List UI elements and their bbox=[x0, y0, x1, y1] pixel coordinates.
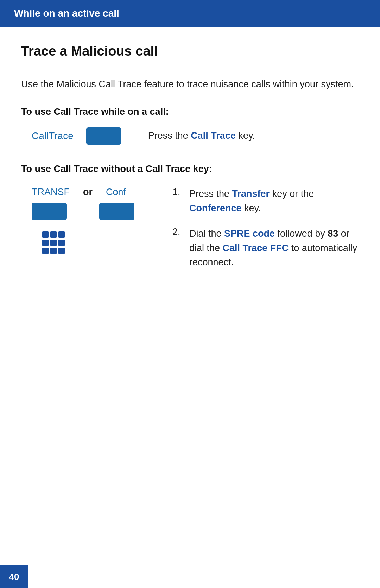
or-text: or bbox=[83, 187, 93, 198]
main-content: Trace a Malicious call Use the Malicious… bbox=[0, 27, 380, 303]
conf-button bbox=[99, 203, 134, 220]
keys-column: TRANSF or Conf bbox=[32, 187, 158, 254]
step-2: 2. Dial the SPRE code followed by 83 or … bbox=[172, 227, 358, 270]
steps-column: 1. Press the Transfer key or the Confere… bbox=[172, 187, 358, 270]
section-two: To use Call Trace without a Call Trace k… bbox=[21, 162, 359, 270]
key-buttons-row bbox=[32, 203, 134, 220]
page-number: 40 bbox=[9, 571, 19, 582]
keypad-cell bbox=[42, 231, 49, 238]
keypad-cell bbox=[58, 240, 65, 246]
step1-text: Press the Transfer key or the Conference… bbox=[189, 187, 358, 215]
keypad-cell bbox=[50, 240, 57, 246]
call-trace-row: CallTrace Press the Call Trace key. bbox=[32, 127, 359, 145]
header-text: While on an active call bbox=[14, 8, 119, 19]
keypad-cell bbox=[42, 248, 49, 254]
step2-text: Dial the SPRE code followed by 83 or dia… bbox=[189, 227, 358, 270]
step-1: 1. Press the Transfer key or the Confere… bbox=[172, 187, 358, 215]
section1-heading: To use Call Trace while on a call: bbox=[21, 106, 359, 117]
calltrace-key-label: CallTrace bbox=[32, 130, 74, 142]
83-bold: 83 bbox=[328, 228, 338, 239]
header-bar: While on an active call bbox=[0, 0, 380, 27]
intro-text: Use the Malicious Call Trace feature to … bbox=[21, 77, 359, 92]
calltrace-key-button bbox=[86, 127, 121, 145]
press-text: Press the Call Trace key. bbox=[148, 130, 255, 141]
section-one: To use Call Trace while on a call: CallT… bbox=[21, 106, 359, 145]
keypad-icon bbox=[42, 231, 65, 254]
step2-number: 2. bbox=[172, 227, 183, 237]
page-footer: 40 bbox=[0, 565, 28, 588]
section2-heading: To use Call Trace without a Call Trace k… bbox=[21, 162, 359, 176]
key-labels-row: TRANSF or Conf bbox=[32, 187, 134, 198]
keypad-cell bbox=[50, 248, 57, 254]
spre-code-bold: SPRE code bbox=[224, 228, 275, 239]
step1-number: 1. bbox=[172, 187, 183, 198]
call-trace-ffc-bold: Call Trace FFC bbox=[223, 243, 289, 253]
keypad-cell bbox=[58, 231, 65, 238]
keypad-cell bbox=[50, 231, 57, 238]
page-title: Trace a Malicious call bbox=[21, 44, 359, 64]
transfer-conf-area: TRANSF or Conf bbox=[32, 187, 359, 270]
keypad-cell bbox=[58, 248, 65, 254]
conference-bold: Conference bbox=[189, 203, 242, 213]
transfer-bold: Transfer bbox=[232, 188, 270, 199]
transf-button bbox=[32, 203, 67, 220]
keypad-cell bbox=[42, 240, 49, 246]
conf-label: Conf bbox=[106, 187, 134, 198]
call-trace-bold: Call Trace bbox=[191, 130, 236, 141]
transf-label: TRANSF bbox=[32, 187, 70, 198]
